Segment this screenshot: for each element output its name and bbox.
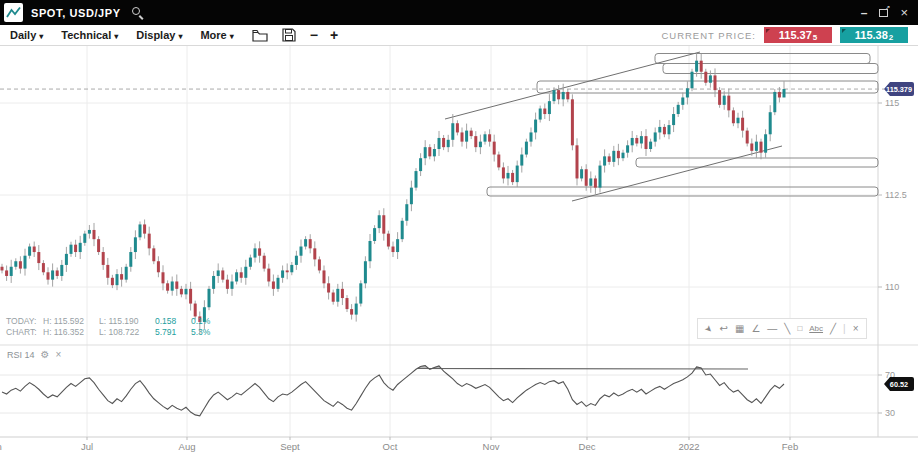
- candle-down: [56, 270, 59, 276]
- chevron-down-icon: ▾: [178, 32, 182, 41]
- candle-up: [626, 145, 629, 152]
- search-icon[interactable]: [131, 6, 145, 20]
- candle-up: [654, 132, 657, 141]
- minimize-icon[interactable]: –: [861, 8, 868, 18]
- open-folder-icon[interactable]: [252, 29, 268, 42]
- menu-display[interactable]: Display▾: [136, 29, 182, 41]
- pointer-tool-icon[interactable]: ➤: [703, 322, 715, 334]
- fan-lines-tool-icon[interactable]: ∠: [751, 323, 760, 334]
- candle-down: [240, 272, 243, 278]
- candle-down: [617, 151, 620, 158]
- candle-down: [309, 239, 312, 248]
- diagonal-line-tool-icon[interactable]: ╱: [830, 323, 836, 334]
- candle-down: [727, 96, 730, 111]
- chart-area[interactable]: 115112.51107030JunJulAugSeptOctNovDec202…: [0, 46, 918, 461]
- candle-down: [704, 72, 707, 83]
- candle-up: [28, 247, 31, 256]
- candle-down: [47, 272, 50, 279]
- axis-label: 110: [885, 282, 899, 292]
- zoom-in-button[interactable]: +: [330, 28, 338, 42]
- price-stats-block: TODAY: H: 115.592 L: 115.190 0.158 0.1% …: [6, 316, 210, 338]
- popout-icon[interactable]: ↗: [879, 9, 888, 17]
- candle-down: [42, 263, 45, 272]
- close-tools-icon[interactable]: ×: [853, 323, 859, 334]
- candle-up: [612, 151, 615, 162]
- candle-down: [718, 90, 721, 105]
- candle-down: [493, 142, 496, 155]
- candle-up: [484, 134, 487, 141]
- rsi-label: RSI 14: [7, 350, 35, 360]
- horizontal-line-tool-icon[interactable]: —: [767, 323, 777, 334]
- candle-down: [332, 293, 335, 302]
- candle-down: [456, 123, 459, 132]
- candle-down: [152, 248, 155, 261]
- month-label: Jul: [81, 441, 93, 452]
- candle-up: [171, 281, 174, 290]
- candle-up: [231, 281, 234, 288]
- candle-down: [286, 270, 289, 272]
- rsi-panel-header: RSI 14 ⚙ ×: [7, 349, 61, 360]
- candle-up: [249, 258, 252, 267]
- menu-more[interactable]: More▾: [200, 29, 233, 41]
- candle-down: [594, 178, 597, 187]
- candle-up: [14, 261, 17, 267]
- candlestick-chart-canvas[interactable]: 115112.51107030JunJulAugSeptOctNovDec202…: [0, 46, 918, 461]
- bid-price-box: 115.375: [764, 27, 832, 43]
- menu-technical[interactable]: Technical▾: [61, 29, 118, 41]
- candle-down: [645, 136, 648, 149]
- save-icon[interactable]: [282, 28, 296, 42]
- chart-line-logo-icon: [6, 6, 21, 19]
- month-label: Oct: [383, 441, 398, 452]
- candle-up: [764, 134, 767, 152]
- candle-down: [585, 169, 588, 186]
- candle-down: [778, 92, 781, 98]
- rsi-close-icon[interactable]: ×: [55, 349, 61, 360]
- chart-toolbar: Daily▾ Technical▾ Display▾ More▾ − + CUR…: [0, 25, 918, 46]
- zoom-out-button[interactable]: −: [310, 28, 318, 42]
- candle-up: [530, 132, 533, 141]
- candle-up: [438, 138, 441, 149]
- chevron-down-icon: ▾: [39, 32, 43, 41]
- candle-down: [392, 247, 395, 253]
- candle-up: [65, 254, 68, 265]
- candle-down: [663, 127, 666, 134]
- candle-down: [37, 252, 40, 263]
- candle-up: [401, 221, 404, 239]
- title-bar: SPOT, USD/JPY – ↗ ×: [0, 0, 918, 25]
- rsi-resistance-line: [417, 369, 748, 370]
- drawn-rectangle: [636, 158, 878, 167]
- candle-down: [461, 132, 464, 141]
- text-tool-icon[interactable]: Abc: [809, 324, 823, 333]
- candle-down: [93, 230, 96, 239]
- drawing-toolbar: ➤ ↩ ▦ ∠ — ╲ □ Abc ╱ | ×: [697, 318, 867, 339]
- app-logo: [4, 3, 23, 22]
- candle-up: [244, 267, 247, 278]
- gear-icon[interactable]: ⚙: [41, 349, 50, 360]
- candle-up: [525, 142, 528, 155]
- candle-down: [635, 138, 638, 144]
- grid-tool-icon[interactable]: ▦: [735, 323, 744, 334]
- candle-up: [304, 239, 307, 246]
- candle-down: [226, 280, 229, 289]
- candle-down: [511, 173, 514, 182]
- candle-down: [323, 270, 326, 283]
- close-icon[interactable]: ×: [900, 5, 908, 20]
- axis-label: 115: [885, 98, 899, 108]
- candle-down: [327, 283, 330, 292]
- candle-down: [571, 99, 574, 145]
- candle-down: [346, 298, 349, 309]
- menu-daily[interactable]: Daily▾: [10, 29, 43, 41]
- month-label: Aug: [179, 441, 196, 452]
- candle-up: [691, 72, 694, 89]
- rectangle-tool-icon[interactable]: □: [797, 324, 802, 333]
- candle-down: [33, 247, 36, 253]
- candle-up: [451, 123, 454, 140]
- candle-up: [300, 247, 303, 256]
- candle-down: [387, 234, 390, 247]
- freehand-tool-icon[interactable]: ↩: [720, 323, 728, 334]
- trend-line-tool-icon[interactable]: ╲: [784, 323, 790, 334]
- candle-down: [470, 131, 473, 137]
- candle-up: [396, 239, 399, 252]
- candle-up: [51, 270, 54, 279]
- chevron-down-icon: ▾: [114, 32, 118, 41]
